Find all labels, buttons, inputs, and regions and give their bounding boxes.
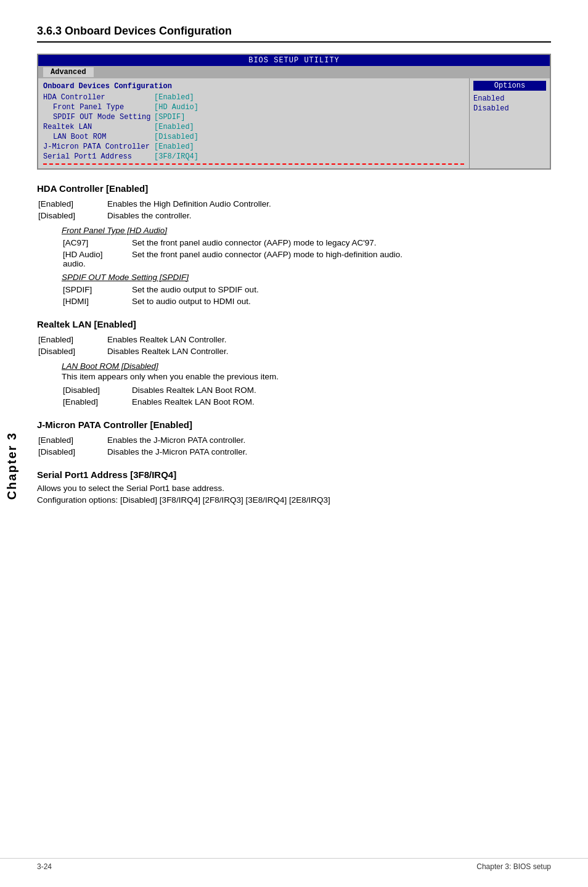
- table-row: [Disabled] Disables the J-Micron PATA co…: [38, 447, 550, 457]
- spdif-label: [SPDIF]: [38, 284, 131, 295]
- serial-desc: Allows you to select the Serial Port1 ba…: [37, 484, 551, 493]
- hdmi-label: [HDMI]: [38, 296, 131, 307]
- bios-box: BIOS SETUP UTILITY Advanced Onboard Devi…: [37, 54, 551, 170]
- realtek-heading: Realtek LAN [Enabled]: [37, 319, 551, 329]
- bios-row-value-hda: [Enabled]: [154, 93, 194, 102]
- spdif-table: [SPDIF] Set the audio output to SPDIF ou…: [37, 283, 551, 308]
- table-row: [SPDIF] Set the audio output to SPDIF ou…: [38, 284, 550, 295]
- bios-row-value-lanboot: [Disabled]: [154, 133, 198, 141]
- spdif-subtitle: SPDIF OUT Mode Setting [SPDIF]: [62, 273, 551, 282]
- bios-tab-advanced[interactable]: Advanced: [43, 67, 94, 77]
- realtek-enabled-label: [Enabled]: [38, 334, 106, 345]
- bios-tab-bar: Advanced: [38, 66, 550, 78]
- lanboot-table: [Disabled] Disables Realtek LAN Boot ROM…: [37, 384, 551, 408]
- hda-heading: HDA Controller [Enabled]: [37, 183, 551, 194]
- bios-row-hda: HDA Controller [Enabled]: [43, 93, 464, 102]
- section-heading: 3.6.3 Onboard Devices Configuration: [37, 25, 551, 43]
- bios-row-lanboot: LAN Boot ROM [Disabled]: [43, 133, 464, 141]
- section-number: 3.6.3: [37, 25, 62, 37]
- spdif-desc: Set the audio output to SPDIF out.: [132, 284, 550, 295]
- bios-option-disabled: Disabled: [473, 104, 546, 113]
- jmicron-disabled-desc: Disables the J-Micron PATA controller.: [107, 447, 550, 457]
- bios-row-value-jmicron: [Enabled]: [154, 142, 194, 151]
- realtek-disabled-label: [Disabled]: [38, 346, 106, 357]
- bios-row-label-hda: HDA Controller: [43, 93, 154, 102]
- realtek-table: [Enabled] Enables Realtek LAN Controller…: [37, 333, 551, 358]
- bios-row-label-jmicron: J-Micron PATA Controller: [43, 142, 154, 151]
- table-row: [Disabled] Disables Realtek LAN Boot ROM…: [38, 385, 550, 395]
- hdaudio-label: [HD Audio]audio.: [38, 249, 131, 269]
- bios-inner: Onboard Devices Configuration HDA Contro…: [38, 78, 550, 168]
- bios-sidebar: Options Enabled Disabled: [470, 78, 550, 168]
- bios-row-value-spdif: [SPDIF]: [154, 113, 185, 122]
- lanboot-enabled-desc: Enables Realtek LAN Boot ROM.: [132, 397, 550, 407]
- serial-config: Configuration options: [Disabled] [3F8/I…: [37, 495, 551, 505]
- jmicron-section: J-Micron PATA Controller [Enabled] [Enab…: [37, 419, 551, 458]
- ac97-desc: Set the front panel audio connector (AAF…: [132, 237, 550, 248]
- bios-row-serial: Serial Port1 Address [3F8/IRQ4]: [43, 152, 464, 161]
- jmicron-disabled-label: [Disabled]: [38, 447, 106, 457]
- jmicron-heading: J-Micron PATA Controller [Enabled]: [37, 419, 551, 430]
- serial-section: Serial Port1 Address [3F8/IRQ4] Allows y…: [37, 469, 551, 505]
- bios-option-enabled: Enabled: [473, 94, 546, 103]
- hdaudio-desc: Set the front panel audio connector (AAF…: [132, 249, 550, 269]
- bios-row-value-serial: [3F8/IRQ4]: [154, 152, 198, 161]
- hdmi-desc: Set to audio output to HDMI out.: [132, 296, 550, 307]
- bios-row-realtek: Realtek LAN [Enabled]: [43, 123, 464, 131]
- bios-options-title: Options: [473, 81, 546, 91]
- bios-row-label-frontpanel: Front Panel Type: [43, 103, 154, 112]
- hda-disabled-desc: Disables the controller.: [107, 210, 550, 221]
- serial-heading: Serial Port1 Address [3F8/IRQ4]: [37, 469, 551, 480]
- table-row: [AC97] Set the front panel audio connect…: [38, 237, 550, 248]
- bios-row-value-frontpanel: [HD Audio]: [154, 103, 198, 112]
- front-panel-subtitle: Front Panel Type [HD Audio]: [62, 226, 551, 235]
- table-row: [Enabled] Enables Realtek LAN Boot ROM.: [38, 397, 550, 407]
- section-title: Onboard Devices Configuration: [65, 25, 232, 37]
- lanboot-disabled-desc: Disables Realtek LAN Boot ROM.: [132, 385, 550, 395]
- realtek-section: Realtek LAN [Enabled] [Enabled] Enables …: [37, 319, 551, 408]
- lanboot-disabled-label: [Disabled]: [38, 385, 131, 395]
- bios-row-label-lanboot: LAN Boot ROM: [43, 133, 154, 141]
- bios-row-jmicron: J-Micron PATA Controller [Enabled]: [43, 142, 464, 151]
- bios-row-value-realtek: [Enabled]: [154, 123, 194, 131]
- jmicron-enabled-desc: Enables the J-Micron PATA controller.: [107, 435, 550, 445]
- hda-enabled-label: [Enabled]: [38, 199, 106, 209]
- hda-section: HDA Controller [Enabled] [Enabled] Enabl…: [37, 183, 551, 308]
- bios-title-bar: BIOS SETUP UTILITY: [38, 55, 550, 66]
- table-row: [Disabled] Disables Realtek LAN Controll…: [38, 346, 550, 357]
- hda-table: [Enabled] Enables the High Definition Au…: [37, 197, 551, 222]
- lanboot-note: This item appears only when you enable t…: [37, 372, 551, 381]
- realtek-enabled-desc: Enables Realtek LAN Controller.: [107, 334, 550, 345]
- jmicron-enabled-label: [Enabled]: [38, 435, 106, 445]
- table-row: [Enabled] Enables Realtek LAN Controller…: [38, 334, 550, 345]
- table-row: [Enabled] Enables the J-Micron PATA cont…: [38, 435, 550, 445]
- bios-row-label-serial: Serial Port1 Address: [43, 152, 154, 161]
- lanboot-subtitle: LAN Boot ROM [Disabled]: [62, 361, 551, 371]
- bios-section-title: Onboard Devices Configuration: [43, 82, 464, 91]
- table-row: [Disabled] Disables the controller.: [38, 210, 550, 221]
- front-panel-table: [AC97] Set the front panel audio connect…: [37, 236, 551, 270]
- page-footer: 3-24 Chapter 3: BIOS setup: [0, 858, 588, 875]
- chapter-label: Chapter 3: [5, 432, 19, 500]
- bios-row-label-spdif: SPDIF OUT Mode Setting: [43, 113, 154, 122]
- hda-enabled-desc: Enables the High Definition Audio Contro…: [107, 199, 550, 209]
- footer-page-number: 3-24: [37, 862, 52, 871]
- bios-row-label-realtek: Realtek LAN: [43, 123, 154, 131]
- bios-row-frontpanel: Front Panel Type [HD Audio]: [43, 103, 464, 112]
- ac97-label: [AC97]: [38, 237, 131, 248]
- footer-chapter-ref: Chapter 3: BIOS setup: [476, 862, 551, 871]
- hda-disabled-label: [Disabled]: [38, 210, 106, 221]
- bios-main: Onboard Devices Configuration HDA Contro…: [38, 78, 470, 168]
- bios-dashed-border: [43, 163, 464, 165]
- table-row: [HDMI] Set to audio output to HDMI out.: [38, 296, 550, 307]
- table-row: [Enabled] Enables the High Definition Au…: [38, 199, 550, 209]
- bios-row-spdif: SPDIF OUT Mode Setting [SPDIF]: [43, 113, 464, 122]
- table-row: [HD Audio]audio. Set the front panel aud…: [38, 249, 550, 269]
- realtek-disabled-desc: Disables Realtek LAN Controller.: [107, 346, 550, 357]
- lanboot-enabled-label: [Enabled]: [38, 397, 131, 407]
- jmicron-table: [Enabled] Enables the J-Micron PATA cont…: [37, 434, 551, 458]
